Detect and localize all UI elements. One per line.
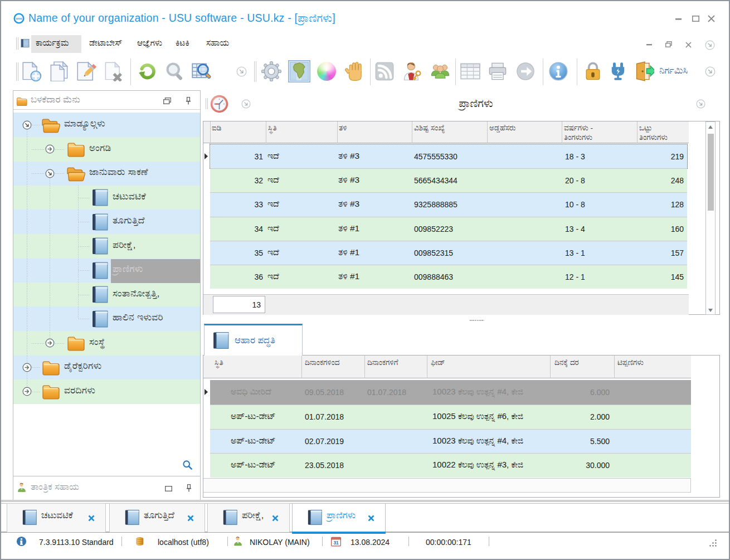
svg-text:31: 31: [333, 540, 339, 546]
svg-text:usu: usu: [16, 16, 22, 20]
